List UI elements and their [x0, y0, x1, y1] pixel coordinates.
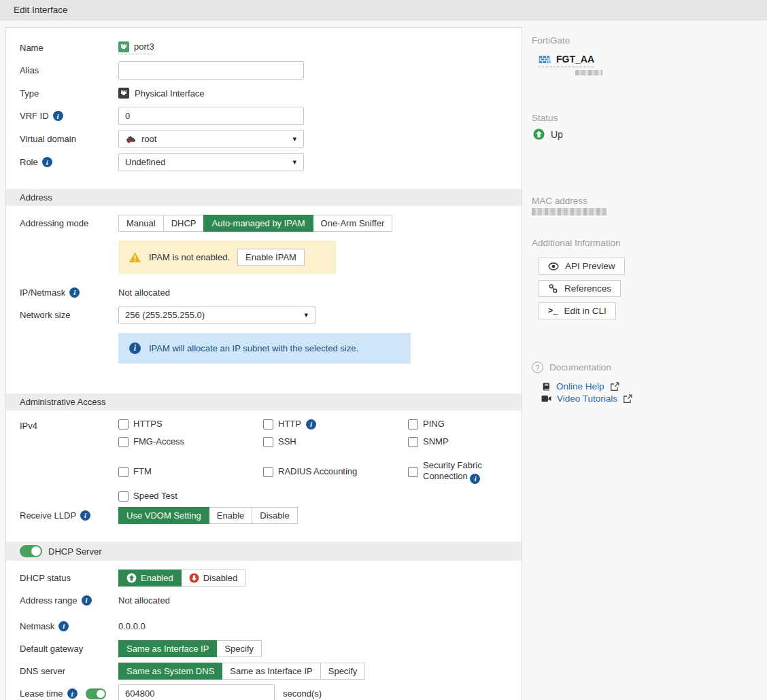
- dhcp-server-toggle[interactable]: [20, 545, 42, 557]
- vdom-value: root: [141, 134, 156, 144]
- name-label: Name: [20, 43, 118, 53]
- page-header: Edit Interface: [0, 0, 767, 20]
- references-button[interactable]: References: [539, 280, 621, 297]
- info-icon: i: [129, 343, 141, 354]
- info-icon[interactable]: i: [67, 688, 78, 699]
- netmask-value: 0.0.0.0: [118, 621, 146, 631]
- external-link-icon: [623, 394, 632, 404]
- vdom-cloud-icon: [125, 134, 137, 144]
- addressing-mode-dhcp[interactable]: DHCP: [163, 215, 205, 232]
- fortigate-device-icon: [539, 54, 551, 65]
- checkbox-box[interactable]: [408, 467, 418, 477]
- additional-info-label: Additional Information: [532, 238, 760, 248]
- vrf-id-input[interactable]: [118, 107, 304, 125]
- field-row-netmask: Netmask i 0.0.0.0: [20, 617, 508, 635]
- checkbox-snmp[interactable]: SNMP: [408, 436, 508, 447]
- chevron-down-icon: ▾: [292, 135, 296, 143]
- online-help-link[interactable]: Online Help: [541, 381, 760, 391]
- checkbox-box[interactable]: [263, 437, 273, 447]
- checkbox-box[interactable]: [118, 491, 129, 502]
- info-icon[interactable]: i: [470, 474, 480, 484]
- interface-name-field[interactable]: port3: [118, 41, 154, 54]
- checkbox-fmg-access[interactable]: FMG-Access: [118, 436, 263, 447]
- type-value: Physical Interface: [135, 88, 205, 99]
- api-preview-button[interactable]: API Preview: [539, 258, 625, 275]
- checkbox-box[interactable]: [408, 437, 418, 447]
- checkbox-box[interactable]: [263, 419, 273, 430]
- addressing-mode-sniffer[interactable]: One-Arm Sniffer: [313, 215, 393, 232]
- info-icon[interactable]: i: [80, 510, 90, 521]
- addressing-mode-ipam[interactable]: Auto-managed by IPAM: [203, 215, 313, 232]
- checkbox-ping[interactable]: PING: [408, 419, 508, 430]
- virtual-domain-select[interactable]: root ▾: [118, 130, 304, 148]
- eye-icon: [548, 262, 559, 270]
- checkbox-box[interactable]: [118, 437, 129, 447]
- role-select[interactable]: Undefined ▾: [118, 153, 304, 171]
- field-row-addressing-mode: Addressing mode Manual DHCP Auto-managed…: [20, 214, 508, 232]
- ipam-warning-text: IPAM is not enabled.: [149, 252, 230, 262]
- lldp-disable[interactable]: Disable: [252, 507, 297, 524]
- field-row-dns-server: DNS server Same as System DNS Same as In…: [20, 662, 508, 680]
- info-icon[interactable]: i: [58, 621, 69, 631]
- checkbox-ssh[interactable]: SSH: [263, 436, 408, 447]
- field-row-dhcp-status: DHCP status Enabled Disabled: [20, 569, 508, 587]
- question-icon: ?: [532, 362, 543, 373]
- receive-lldp-label: Receive LLDP i: [20, 510, 118, 521]
- dhcp-status-control: Enabled Disabled: [118, 570, 245, 587]
- dhcp-status-label: DHCP status: [20, 573, 118, 583]
- addressing-mode-label: Addressing mode: [20, 218, 118, 228]
- port-icon: [118, 41, 129, 52]
- info-icon[interactable]: i: [82, 595, 92, 606]
- lease-time-toggle[interactable]: [86, 688, 106, 699]
- physical-interface-icon: [118, 88, 129, 99]
- checkbox-https[interactable]: HTTPS: [118, 419, 263, 430]
- checkbox-speed-test[interactable]: Speed Test: [118, 491, 263, 502]
- dhcp-status-disabled[interactable]: Disabled: [181, 570, 246, 587]
- dhcp-status-enabled[interactable]: Enabled: [118, 570, 182, 587]
- info-icon[interactable]: i: [306, 419, 316, 430]
- device-link[interactable]: FGT_AA: [539, 54, 594, 67]
- enable-ipam-button[interactable]: Enable IPAM: [237, 249, 305, 266]
- video-tutorials-link[interactable]: Video Tutorials: [541, 393, 760, 404]
- dns-same-as-interface[interactable]: Same as Interface IP: [222, 663, 320, 680]
- edit-interface-form: Name port3 Alias Type Physical Interface: [5, 27, 522, 700]
- field-row-type: Type Physical Interface: [20, 84, 508, 102]
- gateway-same-as-interface[interactable]: Same as Interface IP: [118, 640, 217, 657]
- network-size-label: Network size: [20, 310, 118, 320]
- fortigate-section-label: FortiGate: [532, 35, 760, 46]
- lease-time-input[interactable]: [118, 684, 275, 700]
- checkbox-box[interactable]: [408, 419, 418, 430]
- gateway-specify[interactable]: Specify: [216, 640, 262, 657]
- interface-name-value: port3: [134, 41, 154, 52]
- field-row-name: Name port3: [20, 39, 508, 56]
- info-icon[interactable]: i: [69, 287, 80, 298]
- checkbox-ftm[interactable]: FTM: [118, 460, 263, 485]
- addressing-mode-manual[interactable]: Manual: [118, 215, 164, 232]
- info-icon[interactable]: i: [42, 157, 52, 167]
- checkbox-security-fabric[interactable]: Security Fabric Connection i: [408, 460, 508, 485]
- addressing-mode-control: Manual DHCP Auto-managed by IPAM One-Arm…: [118, 215, 392, 232]
- checkbox-http[interactable]: HTTP i: [263, 419, 408, 430]
- checkbox-box[interactable]: [263, 467, 273, 477]
- lease-time-unit: second(s): [283, 688, 322, 699]
- field-row-receive-lldp: Receive LLDP i Use VDOM Setting Enable D…: [20, 506, 508, 524]
- terminal-icon: >_: [548, 307, 558, 316]
- alias-input[interactable]: [118, 61, 304, 80]
- ipv4-access-grid: HTTPS HTTP i PING FMG-Access SSH SNMP: [118, 419, 508, 502]
- edit-in-cli-button[interactable]: >_ Edit in CLI: [539, 302, 616, 319]
- chevron-down-icon: ▾: [292, 158, 296, 167]
- dns-specify[interactable]: Specify: [320, 663, 366, 680]
- network-size-select[interactable]: 256 (255.255.255.0) ▾: [118, 306, 316, 324]
- lldp-vdom-setting[interactable]: Use VDOM Setting: [118, 507, 209, 524]
- info-icon[interactable]: i: [53, 111, 63, 121]
- default-gateway-label: Default gateway: [20, 644, 118, 654]
- checkbox-box[interactable]: [118, 467, 129, 477]
- right-sidebar: FortiGate FGT_AA Status Up MAC address A…: [532, 35, 760, 405]
- ip-netmask-value: Not allocated: [118, 287, 170, 298]
- checkbox-radius-accounting[interactable]: RADIUS Accounting: [263, 460, 408, 485]
- checkbox-box[interactable]: [118, 419, 129, 430]
- dns-same-as-system[interactable]: Same as System DNS: [118, 663, 222, 680]
- vdom-label: Virtual domain: [20, 134, 118, 144]
- lldp-enable[interactable]: Enable: [209, 507, 252, 524]
- up-circle-icon: [126, 573, 137, 583]
